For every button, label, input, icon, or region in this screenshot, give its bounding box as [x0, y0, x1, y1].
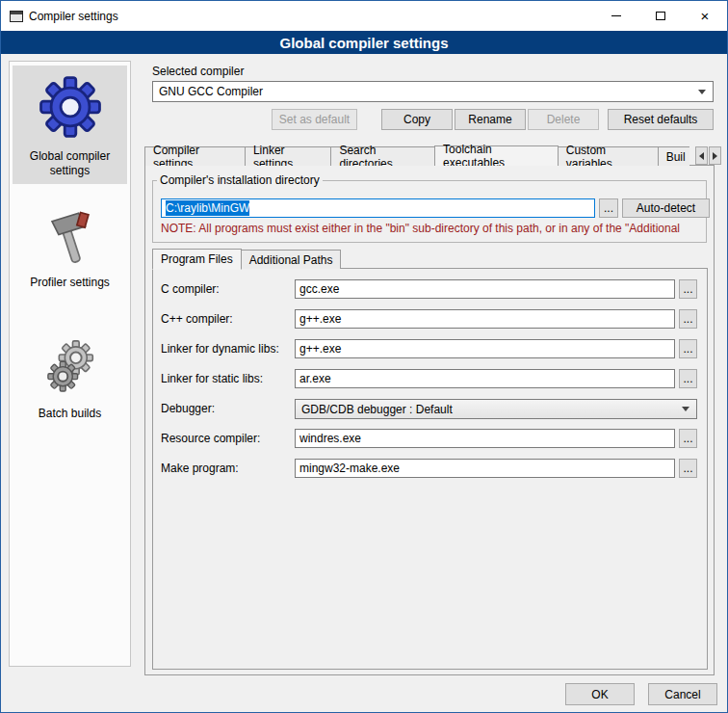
linker-dynamic-input[interactable] [295, 339, 675, 358]
install-dir-value: C:\raylib\MinGW [166, 200, 249, 216]
set-as-default-button[interactable]: Set as default [272, 109, 357, 130]
tab-search-directories[interactable]: Search directories [330, 146, 435, 166]
minimize-button[interactable] [594, 1, 638, 31]
tab-additional-paths[interactable]: Additional Paths [241, 250, 342, 269]
sidebar-item-label: Global compiler settings [14, 149, 125, 178]
chevron-down-icon [682, 407, 689, 411]
debugger-label: Debugger: [161, 402, 215, 415]
delete-button[interactable]: Delete [528, 109, 599, 130]
tab-toolchain-executables[interactable]: Toolchain executables [434, 145, 559, 166]
sidebar-item-batch-builds[interactable]: Batch builds [13, 329, 127, 427]
install-dir-input[interactable]: C:\raylib\MinGW [161, 198, 595, 218]
program-files-tabstrip: Program Files Additional Paths [152, 248, 340, 269]
window-title: Compiler settings [29, 10, 118, 23]
linker-static-input[interactable] [295, 369, 675, 388]
sidebar-item-label: Batch builds [14, 407, 125, 421]
installation-directory-group-title: Compiler's installation directory [157, 173, 323, 187]
settings-sidebar: Global compiler settings Profiler settin… [9, 61, 131, 667]
ok-button[interactable]: OK [565, 683, 635, 705]
main-tabstrip: Compiler settings Linker settings Search… [144, 145, 689, 166]
tab-scroll-left-button[interactable] [695, 146, 708, 165]
install-dir-browse-button[interactable]: ... [599, 198, 618, 218]
linker-dynamic-browse-button[interactable]: ... [679, 339, 697, 358]
gray-gears-icon [40, 335, 100, 399]
tab-custom-variables[interactable]: Custom variables [558, 146, 659, 166]
maximize-button[interactable] [638, 1, 683, 31]
sidebar-item-label: Profiler settings [14, 276, 125, 290]
bin-subdirectory-note: NOTE: All programs must exist either in … [161, 222, 707, 235]
debugger-select[interactable]: GDB/CDB debugger : Default [295, 399, 697, 419]
make-program-label: Make program: [161, 462, 239, 475]
c-compiler-browse-button[interactable]: ... [679, 279, 697, 299]
chevron-down-icon [698, 90, 706, 94]
selected-compiler-combo[interactable]: GNU GCC Compiler [152, 81, 714, 102]
hammer-icon [43, 208, 97, 268]
compiler-settings-window: Compiler settings × Global compiler sett… [0, 0, 728, 713]
tab-scroll-right-button[interactable] [709, 146, 721, 165]
copy-button[interactable]: Copy [381, 109, 453, 130]
auto-detect-button[interactable]: Auto-detect [622, 198, 710, 218]
make-program-browse-button[interactable]: ... [679, 459, 697, 478]
close-icon: × [701, 9, 710, 23]
triangle-right-icon [713, 152, 717, 160]
resource-compiler-input[interactable] [295, 429, 675, 448]
c-compiler-input[interactable] [295, 279, 675, 299]
cpp-compiler-label: C++ compiler: [161, 312, 233, 326]
maximize-icon [656, 12, 665, 20]
linker-static-browse-button[interactable]: ... [679, 369, 697, 388]
dialog-header: Global compiler settings [1, 31, 727, 54]
window-controls: × [594, 1, 727, 31]
titlebar[interactable]: Compiler settings × [1, 1, 727, 31]
reset-defaults-button[interactable]: Reset defaults [608, 109, 714, 130]
cpp-compiler-input[interactable] [295, 309, 675, 329]
app-icon [10, 11, 23, 22]
tab-program-files[interactable]: Program Files [152, 249, 242, 270]
cancel-button[interactable]: Cancel [648, 683, 717, 705]
linker-dynamic-label: Linker for dynamic libs: [161, 342, 279, 356]
linker-static-label: Linker for static libs: [161, 372, 263, 385]
tab-linker-settings[interactable]: Linker settings [245, 146, 332, 166]
sidebar-item-profiler-settings[interactable]: Profiler settings [13, 201, 127, 296]
minimize-icon [611, 15, 621, 16]
rename-button[interactable]: Rename [455, 109, 526, 130]
close-button[interactable]: × [683, 1, 727, 31]
c-compiler-label: C compiler: [161, 282, 220, 296]
debugger-value: GDB/CDB debugger : Default [301, 403, 453, 416]
blue-gear-icon [36, 72, 105, 142]
tab-build-options[interactable]: Buil [658, 146, 689, 166]
make-program-input[interactable] [295, 459, 675, 478]
resource-compiler-label: Resource compiler: [161, 432, 260, 445]
selected-compiler-label: Selected compiler [152, 65, 244, 78]
sidebar-item-global-compiler-settings[interactable]: Global compiler settings [13, 66, 127, 184]
tab-compiler-settings[interactable]: Compiler settings [144, 146, 246, 166]
cpp-compiler-browse-button[interactable]: ... [679, 309, 697, 329]
triangle-left-icon [699, 152, 704, 160]
selected-compiler-value: GNU GCC Compiler [159, 85, 263, 98]
resource-compiler-browse-button[interactable]: ... [679, 429, 697, 448]
